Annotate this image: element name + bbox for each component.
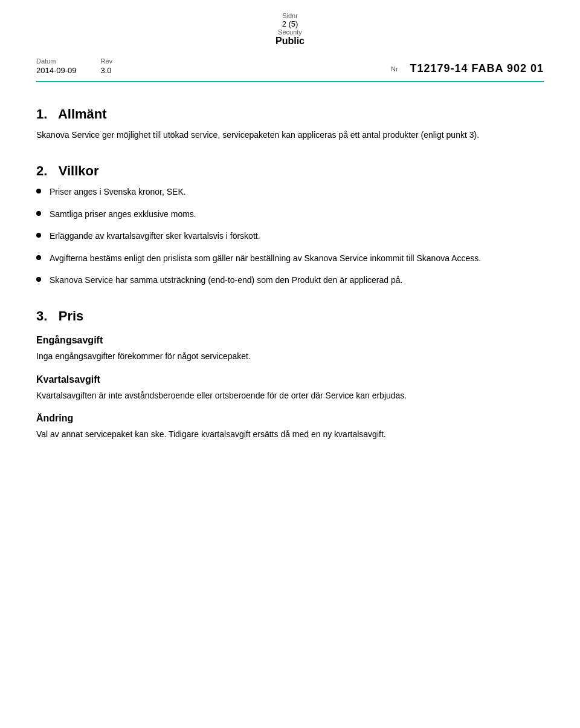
section-2-title: Villkor [59,163,99,178]
list-item: Erläggande av kvartalsavgifter sker kvar… [36,229,544,242]
datum-label: Datum [36,57,77,65]
bullet-dot [36,211,41,216]
section-3: 3. Pris Engångsavgift Inga engångsavgift… [36,308,544,441]
section-2: 2. Villkor Priser anges i Svenska kronor… [36,163,544,287]
section-1-heading: 1. Allmänt [36,106,544,122]
list-item: Samtliga priser anges exklusive moms. [36,207,544,221]
meta-right: Nr T12179-14 FABA 902 01 [391,62,544,75]
bullet-dot [36,233,41,238]
section-3-number: 3. [36,308,47,323]
datum-value: 2014-09-09 [36,66,77,75]
section-3-heading: 3. Pris [36,308,544,324]
bullet-text: Priser anges i Svenska kronor, SEK. [50,185,544,198]
meta-left: Datum 2014-09-09 Rev 3.0 [36,57,112,75]
rev-field: Rev 3.0 [101,57,113,75]
security-label: Security [276,28,304,36]
engångsavgift-text: Inga engångsavgifter förekommer för någo… [36,349,544,363]
security-value: Public [276,36,304,47]
bullet-dot [36,277,41,282]
rev-value: 3.0 [101,66,113,75]
rev-label: Rev [101,57,113,65]
header-center: Sidnr 2 (5) Security Public [276,12,304,47]
list-item: Skanova Service har samma utsträckning (… [36,273,544,287]
list-item: Priser anges i Svenska kronor, SEK. [36,185,544,198]
engångsavgift-heading: Engångsavgift [36,335,544,346]
section-3-title: Pris [59,308,84,323]
ändring-text: Val av annat servicepaket kan ske. Tidig… [36,427,544,441]
kvartalsavgift-text: Kvartalsavgiften är inte avståndsberoend… [36,389,544,402]
nr-label: Nr [391,65,398,73]
nr-value: T12179-14 FABA 902 01 [410,62,544,75]
bullet-dot [36,189,41,193]
section-1-number: 1. [36,106,47,122]
bullet-text: Samtliga priser anges exklusive moms. [50,207,544,221]
section-1-text: Skanova Service ger möjlighet till utöka… [36,128,544,141]
main-content: 1. Allmänt Skanova Service ger möjlighet… [0,82,580,487]
header-top: Sidnr 2 (5) Security Public [36,12,544,47]
section-1: 1. Allmänt Skanova Service ger möjlighet… [36,106,544,141]
kvartalsavgift-heading: Kvartalsavgift [36,374,544,385]
sidnr-label: Sidnr [276,12,304,19]
bullet-text: Avgifterna bestäms enligt den prislista … [50,252,544,265]
meta-row: Datum 2014-09-09 Rev 3.0 Nr T12179-14 FA… [0,49,580,81]
bullet-text: Erläggande av kvartalsavgifter sker kvar… [50,229,544,242]
section-2-number: 2. [36,163,47,178]
page: Sidnr 2 (5) Security Public Datum 2014-0… [0,0,580,728]
list-item: Avgifterna bestäms enligt den prislista … [36,252,544,265]
section-1-title: Allmänt [58,106,107,122]
section-2-heading: 2. Villkor [36,163,544,179]
bullet-dot [36,255,41,260]
header: Sidnr 2 (5) Security Public [0,0,580,47]
bullet-text: Skanova Service har samma utsträckning (… [50,273,544,287]
ändring-heading: Ändring [36,413,544,424]
section-2-bullets: Priser anges i Svenska kronor, SEK. Samt… [36,185,544,287]
datum-field: Datum 2014-09-09 [36,57,77,75]
sidnr-value: 2 (5) [276,19,304,28]
